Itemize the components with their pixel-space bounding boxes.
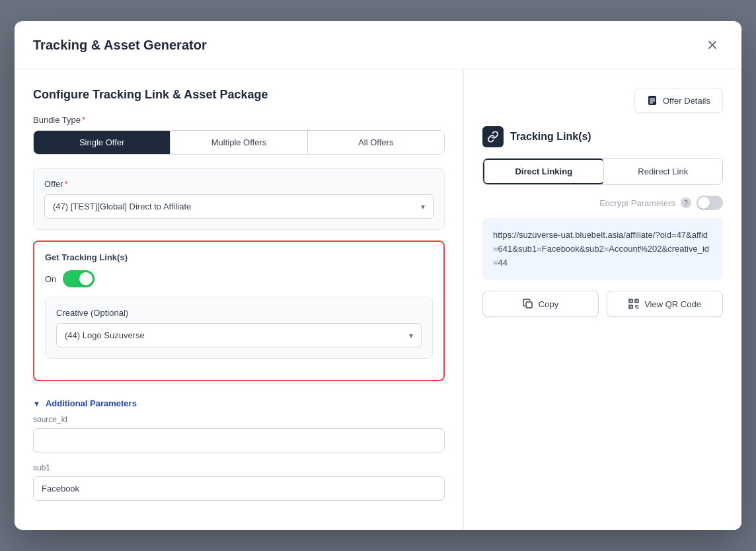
encrypt-info-icon[interactable]: ? (681, 198, 691, 208)
svg-rect-12 (636, 305, 638, 307)
offer-details-button[interactable]: Offer Details (634, 88, 723, 113)
offer-details-row: Offer Details (482, 88, 723, 126)
svg-rect-2 (650, 100, 655, 102)
tracking-url-box: https://suzuverse-uat.bluebelt.asia/affi… (482, 218, 723, 280)
redirect-link-tab[interactable]: Redirect Link (604, 159, 723, 184)
modal-title: Tracking & Asset Generator (33, 38, 207, 53)
tracking-links-title: Tracking Link(s) (482, 126, 723, 147)
creative-chevron-icon: ▾ (409, 331, 413, 340)
source-id-input[interactable] (33, 428, 445, 453)
svg-rect-11 (635, 305, 636, 307)
offer-details-label: Offer Details (663, 96, 710, 106)
offer-label: Offer* (44, 179, 434, 189)
offer-details-icon (647, 95, 658, 106)
svg-rect-13 (638, 305, 638, 307)
sub1-label: sub1 (33, 463, 445, 472)
svg-rect-8 (636, 301, 638, 302)
svg-rect-15 (636, 308, 638, 309)
get-tracking-section: Get Tracking Link(s) On Creative (Option… (33, 240, 445, 381)
offer-select[interactable]: (47) [TEST][Global] Direct to Affiliate … (44, 194, 434, 219)
close-icon (706, 38, 719, 52)
action-buttons: Copy (482, 291, 723, 317)
right-panel: Offer Details Tracking Link(s) Direct Li… (464, 69, 741, 530)
additional-params-toggle[interactable]: ▼ Additional Parameters (33, 392, 445, 415)
additional-params-section: ▼ Additional Parameters source_id sub1 (33, 392, 445, 501)
sub1-field: sub1 (33, 463, 445, 501)
tracking-links-icon (482, 126, 504, 147)
svg-rect-10 (630, 307, 632, 308)
close-button[interactable] (702, 34, 723, 55)
tracking-toggle[interactable] (63, 270, 94, 287)
direct-linking-tab[interactable]: Direct Linking (483, 159, 604, 184)
copy-label: Copy (539, 299, 558, 309)
creative-select[interactable]: (44) Logo Suzuverse ▾ (56, 323, 422, 348)
source-id-label: source_id (33, 415, 445, 424)
modal-overlay: Tracking & Asset Generator Configure Tra… (0, 0, 756, 551)
sub1-input[interactable] (33, 476, 445, 501)
modal-header: Tracking & Asset Generator (15, 21, 741, 69)
creative-section: Creative (Optional) (44) Logo Suzuverse … (45, 297, 433, 359)
get-tracking-label: Get Tracking Link(s) (45, 252, 433, 262)
source-id-field: source_id (33, 415, 445, 453)
svg-rect-16 (638, 307, 638, 308)
svg-rect-14 (635, 307, 636, 308)
toggle-row: On (45, 270, 433, 287)
copy-icon (523, 299, 533, 309)
svg-rect-1 (650, 98, 655, 100)
toggle-on-label: On (45, 274, 56, 284)
encrypt-toggle[interactable] (697, 196, 723, 210)
bundle-type-label: Bundle Type* (33, 115, 445, 125)
section-title: Configure Tracking Link & Asset Package (33, 88, 445, 102)
tracking-url-text: https://suzuverse-uat.bluebelt.asia/affi… (493, 230, 709, 268)
bundle-single-offer[interactable]: Single Offer (34, 131, 170, 154)
copy-button[interactable]: Copy (482, 291, 599, 317)
additional-params-label: Additional Parameters (46, 398, 137, 408)
link-type-tabs: Direct Linking Redirect Link (482, 158, 723, 185)
modal: Tracking & Asset Generator Configure Tra… (15, 21, 741, 530)
svg-rect-6 (630, 301, 632, 302)
qr-code-icon (628, 299, 639, 309)
left-panel: Configure Tracking Link & Asset Package … (15, 69, 464, 530)
view-qr-label: View QR Code (644, 299, 701, 309)
view-qr-button[interactable]: View QR Code (607, 291, 723, 317)
additional-params-chevron-icon: ▼ (33, 400, 40, 408)
svg-rect-4 (526, 302, 532, 308)
offer-section: Offer* (47) [TEST][Global] Direct to Aff… (33, 168, 445, 230)
modal-body: Configure Tracking Link & Asset Package … (15, 69, 741, 530)
svg-rect-3 (650, 102, 653, 104)
encrypt-label: Encrypt Parameters (599, 198, 675, 208)
offer-chevron-icon: ▾ (421, 202, 425, 211)
bundle-multiple-offers[interactable]: Multiple Offers (170, 131, 307, 154)
encrypt-row: Encrypt Parameters ? (482, 196, 723, 210)
bundle-all-offers[interactable]: All Offers (308, 131, 444, 154)
creative-label: Creative (Optional) (56, 308, 422, 318)
bundle-type-group: Single Offer Multiple Offers All Offers (33, 130, 445, 155)
